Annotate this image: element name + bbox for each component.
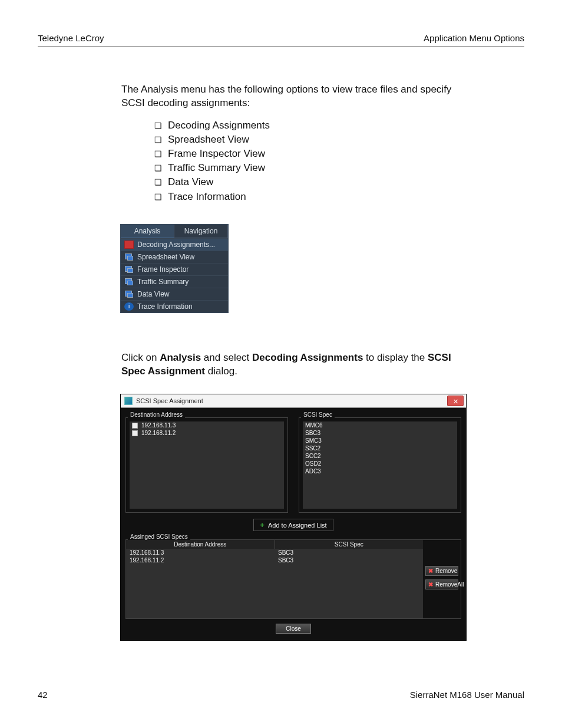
- list-item: Trace Information: [154, 190, 462, 204]
- menu-item-trace-info[interactable]: i Trace Information: [121, 300, 228, 312]
- col-destination-address: Destination Address: [126, 540, 275, 549]
- list-item: Traffic Summary View: [154, 161, 462, 175]
- list-item: Decoding Assignments: [154, 118, 462, 133]
- info-icon: i: [124, 302, 134, 311]
- group-assigned-scsi-specs: Assinged SCSI Specs: [128, 533, 190, 540]
- list-item: Data View: [154, 175, 462, 189]
- remove-all-button[interactable]: ✖RemoveAll: [425, 579, 458, 589]
- list-item[interactable]: SMC3: [303, 437, 457, 444]
- options-list: Decoding Assignments Spreadsheet View Fr…: [121, 118, 462, 204]
- table-row[interactable]: 192.168.11.2SBC3: [126, 556, 423, 564]
- menu-item-label: Data View: [137, 290, 169, 298]
- header-right: Application Menu Options: [424, 33, 524, 43]
- menu-item-spreadsheet[interactable]: Spreadsheet View: [121, 251, 228, 263]
- group-destination-address: Destination Address: [128, 411, 185, 418]
- traffic-summary-icon: [124, 278, 134, 286]
- list-item[interactable]: 192.168.11.3: [130, 421, 284, 429]
- list-item[interactable]: OSD2: [303, 460, 457, 467]
- menu-item-label: Trace Information: [137, 302, 193, 311]
- col-scsi-spec: SCSI Spec: [275, 540, 424, 549]
- remove-icon: ✖: [428, 568, 433, 574]
- remove-button[interactable]: ✖Remove: [425, 566, 458, 576]
- list-item[interactable]: MMC6: [303, 421, 457, 429]
- dialog-title: SCSI Spec Assignment: [136, 397, 203, 404]
- decoding-icon: [124, 241, 134, 249]
- checkbox-icon[interactable]: [132, 423, 138, 429]
- tab-analysis[interactable]: Analysis: [121, 225, 174, 238]
- menu-item-label: Frame Inspector: [137, 265, 189, 274]
- destination-address-list[interactable]: 192.168.11.3 192.168.11.2: [130, 421, 284, 509]
- page-number: 42: [38, 690, 48, 700]
- menu-item-label: Traffic Summary: [137, 278, 189, 286]
- footer-doc-title: SierraNet M168 User Manual: [410, 690, 524, 700]
- list-item[interactable]: SCC2: [303, 452, 457, 460]
- list-item[interactable]: 192.168.11.2: [130, 429, 284, 437]
- group-scsi-spec: SCSI Spec: [301, 411, 335, 418]
- scsi-spec-assignment-dialog: SCSI Spec Assignment ✕ Destination Addre…: [120, 394, 467, 641]
- frame-inspector-icon: [124, 265, 134, 274]
- close-button[interactable]: Close: [276, 624, 311, 634]
- list-item[interactable]: SBC3: [303, 429, 457, 437]
- menu-item-label: Spreadsheet View: [137, 253, 194, 261]
- menu-item-traffic-summary[interactable]: Traffic Summary: [121, 275, 228, 288]
- list-item: Frame Inspector View: [154, 147, 462, 161]
- spreadsheet-icon: [124, 253, 134, 261]
- checkbox-icon[interactable]: [132, 430, 138, 436]
- menu-item-data-view[interactable]: Data View: [121, 288, 228, 300]
- app-icon: [124, 397, 133, 405]
- list-item[interactable]: ADC3: [303, 467, 457, 475]
- scsi-spec-list[interactable]: MMC6 SBC3 SMC3 SSC2 SCC2 OSD2 ADC3: [303, 421, 457, 509]
- data-view-icon: [124, 290, 134, 298]
- menu-item-label: Decoding Assignments...: [137, 241, 215, 249]
- tab-navigation[interactable]: Navigation: [174, 225, 228, 238]
- assigned-table: Destination Address SCSI Spec 192.168.11…: [126, 540, 423, 618]
- menu-item-decoding[interactable]: Decoding Assignments...: [121, 238, 228, 251]
- plus-icon: +: [260, 521, 265, 529]
- list-item: Spreadsheet View: [154, 133, 462, 147]
- table-row[interactable]: 192.168.11.3SBC3: [126, 549, 423, 556]
- add-to-assigned-list-button[interactable]: + Add to Assigned List: [253, 519, 333, 531]
- header-left: Teledyne LeCroy: [38, 33, 104, 43]
- menu-item-frame-inspector[interactable]: Frame Inspector: [121, 263, 228, 275]
- analysis-menu: Analysis Navigation Decoding Assignments…: [120, 224, 229, 313]
- instruction-text: Click on Analysis and select Decoding As…: [121, 351, 462, 379]
- close-icon[interactable]: ✕: [447, 396, 464, 406]
- remove-icon: ✖: [428, 581, 433, 588]
- list-item[interactable]: SSC2: [303, 444, 457, 452]
- intro-text: The Analysis menu has the following opti…: [121, 83, 462, 110]
